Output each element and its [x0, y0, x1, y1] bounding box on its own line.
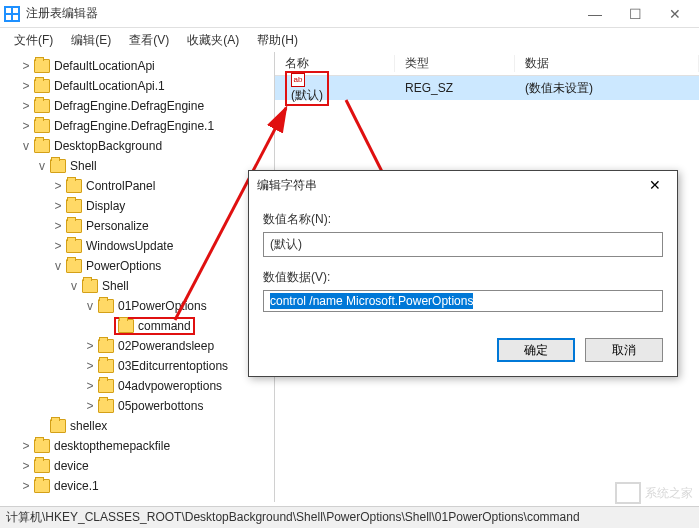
- tree-item-label: DefaultLocationApi.1: [54, 79, 165, 93]
- folder-icon: [98, 399, 114, 413]
- tree-toggle-icon[interactable]: >: [52, 239, 64, 253]
- tree-item[interactable]: >02Powerandsleep: [0, 336, 274, 356]
- tree-item[interactable]: >Personalize: [0, 216, 274, 236]
- tree-toggle-icon[interactable]: v: [68, 279, 80, 293]
- tree-item-label: 05powerbottons: [118, 399, 203, 413]
- tree-toggle-icon[interactable]: >: [20, 79, 32, 93]
- tree-item-label: Personalize: [86, 219, 149, 233]
- tree-item-label: ControlPanel: [86, 179, 155, 193]
- minimize-button[interactable]: —: [575, 0, 615, 28]
- tree-item[interactable]: >Display: [0, 196, 274, 216]
- tree-item[interactable]: vPowerOptions: [0, 256, 274, 276]
- tree-item[interactable]: v01PowerOptions: [0, 296, 274, 316]
- tree-toggle-icon[interactable]: >: [84, 399, 96, 413]
- tree-item-label: command: [138, 319, 191, 333]
- tree-toggle-icon[interactable]: >: [20, 439, 32, 453]
- folder-icon: [98, 359, 114, 373]
- tree-toggle-icon[interactable]: v: [20, 139, 32, 153]
- value-data-field[interactable]: control /name Microsoft.PowerOptions: [263, 290, 663, 312]
- tree-item[interactable]: >DefaultLocationApi.1: [0, 76, 274, 96]
- tree-item-label: device: [54, 459, 89, 473]
- cell-name: ab(默认): [275, 71, 395, 106]
- tree-toggle-icon[interactable]: >: [20, 459, 32, 473]
- svg-rect-0: [6, 8, 11, 13]
- folder-icon: [34, 79, 50, 93]
- menu-favorites[interactable]: 收藏夹(A): [179, 30, 247, 51]
- menu-view[interactable]: 查看(V): [121, 30, 177, 51]
- tree-item[interactable]: >desktopthemepackfile: [0, 436, 274, 456]
- maximize-button[interactable]: ☐: [615, 0, 655, 28]
- cancel-button[interactable]: 取消: [585, 338, 663, 362]
- tree-toggle-icon[interactable]: >: [20, 99, 32, 113]
- tree-toggle-icon[interactable]: v: [52, 259, 64, 273]
- tree-toggle-icon[interactable]: >: [84, 359, 96, 373]
- menu-edit[interactable]: 编辑(E): [63, 30, 119, 51]
- tree-toggle-icon[interactable]: >: [52, 219, 64, 233]
- tree-item[interactable]: shellex: [0, 416, 274, 436]
- dialog-title: 编辑字符串: [257, 177, 641, 194]
- tree-toggle-icon[interactable]: >: [20, 119, 32, 133]
- window-title: 注册表编辑器: [26, 5, 575, 22]
- tree-item[interactable]: command: [0, 316, 274, 336]
- tree-toggle-icon[interactable]: >: [20, 59, 32, 73]
- tree-item[interactable]: >04advpoweroptions: [0, 376, 274, 396]
- edit-string-dialog: 编辑字符串 ✕ 数值名称(N): (默认) 数值数据(V): control /…: [248, 170, 678, 377]
- tree-item[interactable]: >device: [0, 456, 274, 476]
- close-button[interactable]: ✕: [655, 0, 695, 28]
- tree-item-label: shellex: [70, 419, 107, 433]
- folder-icon: [34, 59, 50, 73]
- folder-icon: [66, 219, 82, 233]
- col-type[interactable]: 类型: [395, 55, 515, 72]
- folder-icon: [98, 379, 114, 393]
- tree-item-label: DefragEngine.DefragEngine.1: [54, 119, 214, 133]
- list-row[interactable]: ab(默认) REG_SZ (数值未设置): [275, 76, 699, 100]
- tree-item[interactable]: >WindowsUpdate: [0, 236, 274, 256]
- tree-item[interactable]: vShell: [0, 276, 274, 296]
- tree-toggle-icon[interactable]: >: [84, 379, 96, 393]
- tree-item[interactable]: >05powerbottons: [0, 396, 274, 416]
- folder-icon: [82, 279, 98, 293]
- tree-item-label: PowerOptions: [86, 259, 161, 273]
- dialog-close-button[interactable]: ✕: [641, 177, 669, 193]
- svg-rect-3: [13, 15, 18, 20]
- tree-item[interactable]: vShell: [0, 156, 274, 176]
- tree-toggle-icon[interactable]: >: [52, 199, 64, 213]
- folder-icon: [98, 299, 114, 313]
- tree-item[interactable]: >03Editcurrentoptions: [0, 356, 274, 376]
- tree-toggle-icon[interactable]: >: [20, 479, 32, 493]
- svg-rect-2: [6, 15, 11, 20]
- tree-toggle-icon[interactable]: v: [36, 159, 48, 173]
- tree-item[interactable]: >DefragEngine.DefragEngine.1: [0, 116, 274, 136]
- folder-icon: [66, 179, 82, 193]
- value-name: (默认): [291, 88, 323, 102]
- tree-panel[interactable]: >DefaultLocationApi>DefaultLocationApi.1…: [0, 52, 275, 502]
- value-name-label: 数值名称(N):: [263, 211, 663, 228]
- menubar: 文件(F) 编辑(E) 查看(V) 收藏夹(A) 帮助(H): [0, 28, 699, 52]
- watermark-logo-icon: [615, 482, 641, 504]
- watermark: 系统之家: [615, 482, 693, 504]
- value-data-label: 数值数据(V):: [263, 269, 663, 286]
- folder-icon: [66, 239, 82, 253]
- col-data[interactable]: 数据: [515, 55, 699, 72]
- col-name[interactable]: 名称: [275, 55, 395, 72]
- tree-item-label: DefaultLocationApi: [54, 59, 155, 73]
- string-value-icon: ab: [291, 73, 305, 87]
- folder-icon: [66, 199, 82, 213]
- tree-item[interactable]: >DefragEngine.DefragEngine: [0, 96, 274, 116]
- tree-item-label: device.1: [54, 479, 99, 493]
- tree-item[interactable]: >DefaultLocationApi: [0, 56, 274, 76]
- tree-toggle-icon[interactable]: >: [84, 339, 96, 353]
- menu-file[interactable]: 文件(F): [6, 30, 61, 51]
- tree-item[interactable]: >ControlPanel: [0, 176, 274, 196]
- ok-button[interactable]: 确定: [497, 338, 575, 362]
- folder-icon: [34, 459, 50, 473]
- tree-toggle-icon[interactable]: v: [84, 299, 96, 313]
- tree-item[interactable]: vDesktopBackground: [0, 136, 274, 156]
- folder-icon: [34, 479, 50, 493]
- tree-item[interactable]: >device.1: [0, 476, 274, 496]
- folder-icon: [118, 319, 134, 333]
- tree-toggle-icon[interactable]: >: [52, 179, 64, 193]
- menu-help[interactable]: 帮助(H): [249, 30, 306, 51]
- tree-item-label: 03Editcurrentoptions: [118, 359, 228, 373]
- value-name-field[interactable]: (默认): [263, 232, 663, 257]
